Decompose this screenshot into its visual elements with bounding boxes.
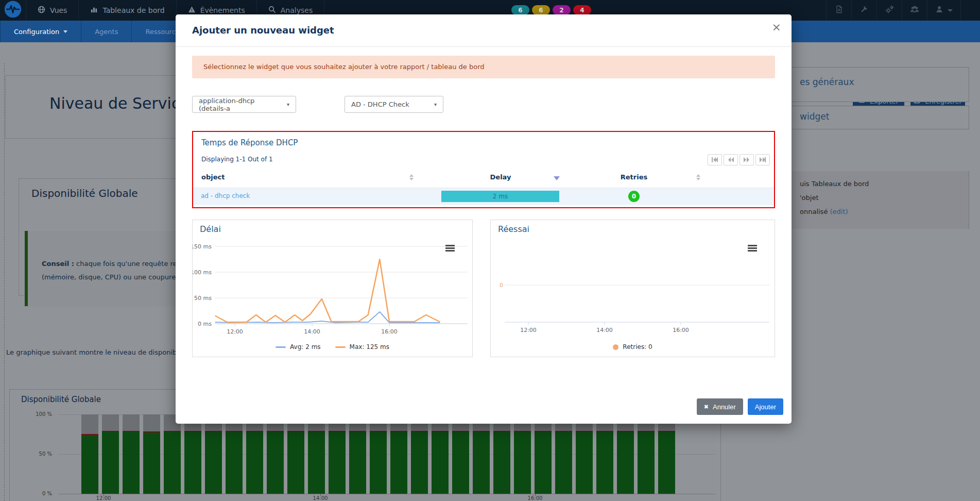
retries-chart-panel: 012:0014:0016:00 Réessai Retries: 0: [490, 220, 775, 357]
search-icon: [268, 6, 276, 15]
pdf-export-icon: [835, 5, 843, 15]
previous-page-button[interactable]: [724, 154, 738, 165]
pulse-logo-icon: [4, 1, 22, 20]
delay-chart-legend: Avg: 2 msMax: 125 ms: [193, 343, 472, 350]
cancel-label: Annuler: [713, 403, 736, 411]
svg-text:50 ms: 50 ms: [194, 295, 212, 302]
retries-chart-svg: 012:0014:0016:00: [491, 220, 775, 357]
column-header-object[interactable]: object: [201, 173, 225, 181]
info-alert: Sélectionnez le widget que vous souhaite…: [192, 56, 775, 78]
svg-text:150 ms: 150 ms: [193, 243, 212, 250]
delay-chart-title: Délai: [200, 224, 221, 234]
legend-item[interactable]: Max: 125 ms: [335, 343, 389, 350]
menu-label: Évènements: [200, 6, 245, 14]
legend-label: Max: 125 ms: [350, 343, 389, 350]
subnav-configuration[interactable]: Configuration: [0, 21, 81, 42]
widget-preview-section: Temps de Réponse DHCP Displaying 1-1 Out…: [192, 131, 775, 208]
retries-chart-title: Réessai: [498, 224, 529, 234]
caret-down-icon: [63, 30, 67, 33]
add-label: Ajouter: [755, 403, 776, 411]
first-page-button[interactable]: [708, 154, 722, 165]
object-link[interactable]: ad - dhcp check: [201, 192, 250, 199]
sort-desc-icon[interactable]: [554, 176, 560, 180]
widget-select[interactable]: application-dhcp (details-a ▾: [192, 96, 296, 113]
caret-down-icon: ▾: [434, 102, 437, 107]
subnav-label: Configuration: [14, 28, 59, 36]
svg-text:14:00: 14:00: [304, 328, 320, 335]
modal-body: Sélectionnez le widget que vous souhaite…: [176, 56, 792, 357]
svg-text:0 ms: 0 ms: [198, 321, 212, 327]
next-page-button[interactable]: [740, 154, 754, 165]
modal-header: Ajouter un nouveau widget ×: [176, 14, 792, 47]
service-select-value: AD - DHCP Check: [351, 101, 409, 108]
sort-icon[interactable]: [696, 174, 700, 180]
legend-label: Retries: 0: [623, 343, 652, 350]
select-row: application-dhcp (details-a ▾ AD - DHCP …: [192, 96, 775, 113]
legend-swatch: [276, 346, 286, 348]
settings-button[interactable]: [876, 0, 902, 21]
delay-value-label: 2 ms: [493, 193, 508, 200]
svg-text:14:00: 14:00: [596, 327, 613, 333]
warning-triangle-icon: [188, 6, 196, 15]
column-header-delay[interactable]: Delay: [449, 173, 552, 181]
last-page-button[interactable]: [755, 154, 770, 165]
screen: Vues Tableaux de bord Évènements Analyse…: [0, 0, 980, 501]
globe-icon: [38, 6, 45, 15]
svg-text:100 ms: 100 ms: [193, 269, 212, 276]
service-select[interactable]: AD - DHCP Check ▾: [345, 96, 443, 113]
user-menu[interactable]: [927, 0, 961, 21]
legend-item[interactable]: Retries: 0: [613, 343, 652, 350]
sort-icon[interactable]: [409, 174, 414, 180]
legend-swatch: [613, 344, 618, 350]
wrench-icon: [860, 5, 868, 15]
table-row: ad - dhcp check 2 ms 0: [193, 188, 774, 205]
column-header-retries[interactable]: Retries: [588, 173, 680, 181]
svg-text:12:00: 12:00: [227, 328, 243, 335]
hamburger-menu-icon[interactable]: [445, 245, 455, 253]
delay-chart-panel: 0 ms50 ms100 ms150 ms12:0014:0016:00 Dél…: [192, 220, 473, 357]
chevron-down-icon: [948, 9, 953, 12]
svg-text:16:00: 16:00: [381, 328, 398, 335]
top-icon-bar: [826, 0, 961, 21]
close-x-icon: ✖: [704, 404, 709, 410]
add-button[interactable]: Ajouter: [748, 398, 783, 415]
user-icon: [935, 5, 943, 15]
status-badge-warning[interactable]: 6: [532, 5, 550, 15]
cancel-button[interactable]: ✖ Annuler: [697, 398, 743, 415]
svg-text:16:00: 16:00: [673, 327, 689, 333]
delay-value-bar: 2 ms: [441, 191, 559, 202]
add-widget-modal: Ajouter un nouveau widget × Sélectionnez…: [176, 14, 792, 424]
pagination: [708, 154, 770, 165]
subnav-label: Agents: [95, 28, 118, 36]
app-logo[interactable]: [0, 0, 26, 21]
preview-title: Temps de Réponse DHCP: [201, 138, 298, 147]
svg-text:0: 0: [500, 282, 503, 289]
paging-info: Displaying 1-1 Out of 1: [201, 156, 273, 163]
tools-button[interactable]: [851, 0, 876, 21]
status-badge-critical[interactable]: 4: [573, 5, 591, 15]
modal-footer: ✖ Annuler Ajouter: [697, 398, 783, 415]
bar-chart-icon: [90, 6, 98, 15]
users-button[interactable]: [902, 0, 927, 21]
delay-chart-svg: 0 ms50 ms100 ms150 ms12:0014:0016:00: [193, 220, 472, 357]
svg-text:12:00: 12:00: [520, 327, 537, 333]
legend-item[interactable]: Avg: 2 ms: [276, 343, 320, 350]
users-icon: [910, 5, 919, 15]
close-icon[interactable]: ×: [772, 22, 781, 33]
hamburger-menu-icon[interactable]: [748, 245, 757, 253]
retries-badge: 0: [628, 191, 640, 202]
pdf-export-button[interactable]: [826, 0, 851, 21]
status-badge-ok[interactable]: 6: [511, 5, 529, 15]
gears-icon: [885, 5, 894, 16]
subnav-agents[interactable]: Agents: [81, 21, 132, 42]
menu-vues[interactable]: Vues: [26, 0, 78, 21]
menu-tableaux-de-bord[interactable]: Tableaux de bord: [78, 0, 176, 21]
legend-swatch: [335, 346, 346, 348]
charts-row: 0 ms50 ms100 ms150 ms12:0014:0016:00 Dél…: [192, 220, 775, 357]
caret-down-icon: ▾: [287, 102, 289, 107]
menu-label: Vues: [50, 6, 67, 14]
retries-chart-legend: Retries: 0: [491, 343, 775, 350]
status-badges: 6 6 2 4: [511, 5, 591, 15]
status-badge-unknown[interactable]: 2: [553, 5, 571, 15]
menu-label: Tableaux de bord: [102, 6, 164, 14]
